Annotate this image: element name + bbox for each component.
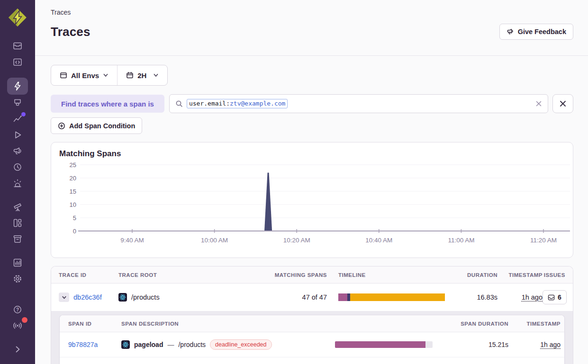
sidebar-item-help[interactable]: ? [7, 302, 28, 318]
trace-issues-count: 6 [558, 293, 561, 301]
trace-duration: 16.83s [477, 293, 498, 301]
give-feedback-button[interactable]: Give Feedback [499, 24, 573, 40]
react-icon [121, 340, 130, 349]
span-table: SPAN ID SPAN DESCRIPTION SPAN DURATION T… [59, 315, 565, 364]
environment-filter-label: All Envs [71, 71, 99, 80]
sentry-logo-icon [8, 8, 27, 27]
trace-root-label: /products [131, 293, 160, 301]
clear-search-icon[interactable] [535, 100, 542, 107]
trace-id-link[interactable]: db26c36f [73, 293, 102, 301]
sidebar: ? [0, 0, 35, 364]
span-description: /products [178, 341, 206, 348]
col-span-id: SPAN ID [68, 321, 121, 327]
trace-timestamp[interactable]: 1h ago [522, 293, 543, 301]
performance-lightning-icon [12, 81, 23, 91]
plus-circle-icon [58, 122, 65, 130]
issues-icon [548, 294, 555, 301]
svg-text:10:20 AM: 10:20 AM [283, 237, 310, 244]
span-status-badge: deadline_exceeded [210, 339, 271, 350]
sidebar-item-projects[interactable] [7, 95, 28, 111]
collapse-chevron-icon [12, 344, 23, 355]
col-duration: DURATION [467, 272, 498, 278]
time-range-filter[interactable]: 2H [118, 65, 167, 85]
sidebar-collapse-toggle[interactable] [7, 341, 28, 357]
window-icon [60, 71, 67, 79]
sidebar-item-whats-new[interactable] [7, 318, 28, 334]
col-span-duration: SPAN DURATION [461, 321, 508, 327]
search-token[interactable]: user.email:ztv@example.com [187, 99, 288, 108]
svg-text:9:40 AM: 9:40 AM [120, 237, 144, 244]
col-trace-root: TRACE ROOT [118, 272, 256, 278]
chevron-down-icon [62, 295, 67, 300]
search-row: Find traces where a span is user.email:z… [51, 94, 573, 113]
discover-telescope-icon [12, 202, 23, 212]
span-op: pageload [134, 341, 163, 348]
alerts-siren-icon [12, 178, 23, 188]
sidebar-item-alerts[interactable] [7, 175, 28, 191]
sidebar-item-settings[interactable] [7, 271, 28, 287]
svg-text:15: 15 [70, 188, 76, 195]
matching-spans-chart[interactable]: 05101520259:40 AM10:00 AM10:20 AM10:40 A… [59, 161, 573, 248]
page-filter-bar: All Envs 2H [51, 65, 168, 86]
traces-table: TRACE ID TRACE ROOT MATCHING SPANS TIMEL… [51, 266, 573, 364]
svg-text:0: 0 [73, 228, 76, 235]
page-header: Traces Traces Give Feedback [35, 0, 588, 56]
trace-issues-button[interactable]: 6 [543, 290, 567, 304]
remove-condition-button[interactable] [552, 94, 573, 113]
explore-code-icon [12, 57, 23, 67]
sidebar-item-stats[interactable] [7, 111, 28, 127]
settings-gear-icon [12, 274, 23, 284]
span-duration-bar [335, 341, 433, 348]
sidebar-item-history[interactable] [7, 159, 28, 175]
sidebar-item-releases[interactable] [7, 231, 28, 247]
collapse-trace-button[interactable] [59, 293, 69, 302]
calendar-icon [126, 71, 134, 79]
sidebar-item-explore[interactable] [7, 54, 28, 70]
breadcrumb[interactable]: Traces [51, 9, 573, 16]
main-area: Traces Traces Give Feedback All Envs [35, 0, 588, 364]
sidebar-item-replays[interactable] [7, 127, 28, 143]
sidebar-item-issues[interactable] [7, 38, 28, 54]
page-title: Traces [51, 25, 90, 39]
trace-timeline-bar[interactable] [338, 293, 445, 301]
app-logo[interactable] [8, 8, 27, 27]
add-span-condition-button[interactable]: Add Span Condition [51, 117, 142, 134]
sidebar-item-discover[interactable] [7, 199, 28, 215]
feedback-megaphone-icon [12, 146, 23, 156]
sidebar-item-user-feedback[interactable] [7, 143, 28, 159]
expanded-trace-section: SPAN ID SPAN DESCRIPTION SPAN DURATION T… [51, 311, 573, 364]
traces-table-header: TRACE ID TRACE ROOT MATCHING SPANS TIMEL… [51, 266, 573, 284]
broadcast-icon [12, 320, 23, 331]
matching-spans-panel: Matching Spans 05101520259:40 AM10:00 AM… [51, 142, 573, 258]
col-span-timestamp: TIMESTAMP [526, 321, 561, 327]
col-issues: ISSUES [544, 272, 565, 278]
svg-text:11:20 AM: 11:20 AM [530, 237, 557, 244]
search-token-value: ztv@example.com [230, 100, 285, 107]
span-id-link[interactable]: 9b78827a [68, 341, 121, 348]
dashboards-icon [12, 218, 23, 228]
usage-chart-icon [12, 257, 23, 268]
svg-text:?: ? [16, 307, 19, 312]
svg-text:10: 10 [70, 201, 76, 208]
app-root: ? Traces Traces [0, 0, 588, 364]
span-row: 9b78827a pageload — /products [60, 332, 564, 357]
separator: — [167, 341, 174, 348]
help-icon: ? [12, 304, 23, 315]
chart-title: Matching Spans [59, 149, 573, 159]
span-duration: 15.21s [488, 341, 508, 348]
environment-filter[interactable]: All Envs [51, 65, 117, 85]
filter-row: All Envs 2H [51, 65, 573, 86]
sidebar-item-performance-active[interactable] [7, 78, 28, 95]
sidebar-item-dashboards[interactable] [7, 215, 28, 231]
span-search-input[interactable]: user.email:ztv@example.com [169, 94, 548, 113]
span-row: b7a7e441 GO http.server — GET /organizat… [60, 357, 564, 364]
time-range-label: 2H [137, 71, 146, 80]
sidebar-item-usage-stats[interactable] [7, 255, 28, 271]
projects-icon [12, 98, 23, 108]
svg-text:25: 25 [70, 161, 76, 169]
svg-text:20: 20 [70, 175, 76, 182]
span-timestamp[interactable]: 1h ago [540, 341, 561, 348]
svg-text:10:00 AM: 10:00 AM [201, 237, 228, 244]
react-icon [118, 293, 127, 302]
content: All Envs 2H Find traces where a span is [35, 56, 588, 364]
